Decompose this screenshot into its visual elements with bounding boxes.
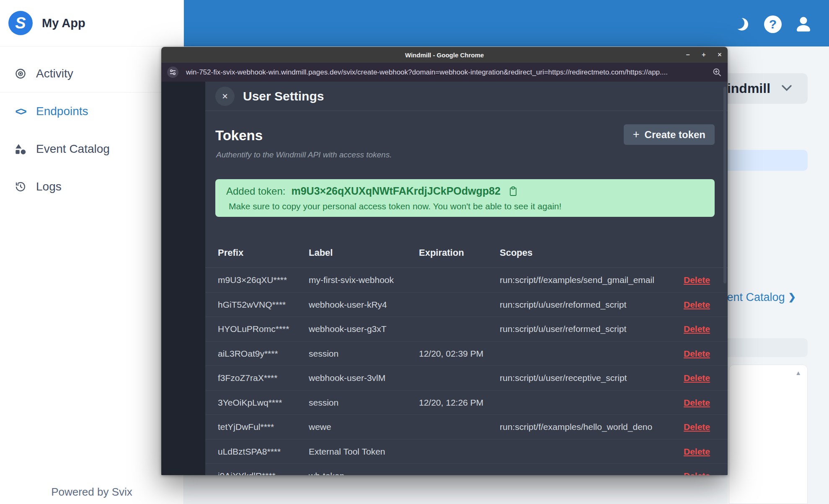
token-prefix: uLdBztSPA8****	[218, 440, 281, 464]
tokens-section-subtitle: Authentify to the Windmill API with acce…	[216, 150, 392, 159]
svix-logo-icon: S	[8, 11, 33, 35]
token-expiration: 12/20, 02:39 PM	[419, 342, 483, 366]
modal-backdrop[interactable]	[161, 82, 205, 475]
drawer-scrollbar[interactable]	[723, 87, 726, 283]
zoom-magnifier-icon[interactable]	[713, 68, 722, 77]
token-label: my-first-svix-webhook	[309, 268, 394, 293]
scroll-up-arrow-icon[interactable]: ▲	[795, 369, 801, 376]
token-label: webhook-user-3vlM	[309, 366, 385, 391]
delete-token-link[interactable]: Delete	[684, 342, 710, 366]
drawer-title: User Settings	[243, 82, 324, 111]
table-row: aiL3ROat9y**** session 12/20, 02:39 PM D…	[205, 342, 728, 366]
token-label: wewe	[309, 415, 331, 440]
token-label: session	[309, 391, 338, 415]
token-prefix: tetYjDwFul****	[218, 415, 274, 440]
close-drawer-button[interactable]: ×	[215, 87, 235, 106]
powered-by-link[interactable]: Powered by Svix	[0, 486, 183, 499]
token-scopes: run:script/u/user/receptive_script	[500, 366, 627, 391]
token-label: External Tool Token	[309, 440, 385, 464]
app-header: S My App	[0, 0, 183, 46]
sidebar-item-event-catalog[interactable]: Event Catalog	[0, 130, 183, 168]
delete-token-link[interactable]: Delete	[684, 366, 710, 391]
chevron-down-icon	[781, 85, 792, 93]
history-clock-icon	[14, 181, 27, 193]
table-row: 3YeOiKpLwq**** session 12/20, 12:26 PM D…	[205, 391, 728, 415]
background-white-panel: ▲	[729, 365, 808, 504]
create-token-label: Create token	[645, 129, 705, 141]
delete-token-link[interactable]: Delete	[684, 317, 710, 342]
token-table-body: m9U3×26qXU**** my-first-svix-webhook run…	[205, 268, 728, 475]
copy-clipboard-icon[interactable]	[509, 186, 517, 196]
window-titlebar[interactable]: Windmill - Google Chrome − + ×	[161, 47, 728, 63]
table-row: hGiT52wVNQ**** webhook-user-kRy4 run:scr…	[205, 293, 728, 317]
page-content: × User Settings Tokens + Create token Au…	[161, 82, 728, 475]
tokens-table: Prefix Label Expiration Scopes m9U3×26qX…	[205, 241, 728, 475]
token-label: webhook-user-kRy4	[309, 293, 387, 317]
token-prefix: 3YeOiKpLwq****	[218, 391, 282, 415]
plus-icon: +	[633, 128, 640, 141]
delete-token-link[interactable]: Delete	[684, 464, 710, 475]
sidebar-item-label: Logs	[36, 180, 62, 193]
token-prefix: m9U3×26qXU****	[218, 268, 287, 293]
header-scopes: Scopes	[500, 241, 532, 265]
sidebar: S My App Activity <> Endpoints Event Cat…	[0, 0, 184, 504]
token-prefix: HYOLuPRomc****	[218, 317, 289, 342]
token-expiration: 12/20, 12:26 PM	[419, 391, 483, 415]
token-value: m9U3×26qXUXqNWtFAKrdjJCkPOdwgp82	[291, 185, 500, 197]
activity-gauge-icon	[14, 68, 27, 80]
window-controls: − + ×	[683, 47, 724, 63]
window-title: Windmill - Google Chrome	[405, 51, 484, 59]
delete-token-link[interactable]: Delete	[684, 440, 710, 464]
delete-token-link[interactable]: Delete	[684, 268, 710, 293]
chrome-window: Windmill - Google Chrome − + × win-752-f…	[161, 47, 728, 475]
shapes-icon	[14, 143, 27, 155]
token-scopes: run:script/f/examples/send_gmail_email	[500, 268, 654, 293]
dark-mode-moon-icon[interactable]	[734, 16, 750, 34]
token-warning-text: Make sure to copy your personal access t…	[226, 201, 715, 211]
table-row: f3FzoZ7raX**** webhook-user-3vlM run:scr…	[205, 366, 728, 391]
token-label: session	[309, 342, 338, 366]
added-token-banner: Added token: m9U3×26qXUXqNWtFAKrdjJCkPOd…	[215, 179, 715, 217]
chevron-right-icon: ❯	[788, 292, 796, 303]
code-brackets-icon: <>	[14, 105, 27, 118]
token-label: wh-token	[309, 464, 344, 475]
table-row: i9AiXYkdlR**** wh-token Delete	[205, 464, 728, 475]
table-row: m9U3×26qXU**** my-first-svix-webhook run…	[205, 268, 728, 293]
user-profile-icon[interactable]	[795, 15, 812, 34]
site-settings-icon[interactable]	[167, 67, 178, 78]
tokens-section-title: Tokens	[215, 128, 263, 144]
token-prefix: hGiT52wVNQ****	[218, 293, 286, 317]
added-token-text: Added token:	[226, 185, 285, 197]
address-bar[interactable]: win-752-fix-svix-webhook-win.windmill.pa…	[161, 63, 728, 82]
minimize-button[interactable]: −	[683, 51, 692, 59]
token-prefix: f3FzoZ7raX****	[218, 366, 277, 391]
token-scopes: run:script/u/user/reformed_script	[500, 317, 626, 342]
delete-token-link[interactable]: Delete	[684, 415, 710, 440]
table-row: tetYjDwFul**** wewe run:script/f/example…	[205, 415, 728, 440]
sidebar-item-endpoints[interactable]: <> Endpoints	[0, 93, 183, 130]
table-row: HYOLuPRomc**** webhook-user-g3xT run:scr…	[205, 317, 728, 342]
maximize-button[interactable]: +	[699, 51, 708, 59]
header-prefix: Prefix	[218, 241, 243, 265]
close-window-button[interactable]: ×	[715, 51, 724, 59]
help-icon[interactable]: ?	[764, 15, 782, 33]
table-row: uLdBztSPA8**** External Tool Token Delet…	[205, 440, 728, 464]
token-label: webhook-user-g3xT	[309, 317, 387, 342]
app-title: My App	[42, 16, 85, 30]
sidebar-item-logs[interactable]: Logs	[0, 168, 183, 206]
sidebar-nav: Activity <> Endpoints Event Catalog Logs	[0, 46, 183, 206]
user-settings-drawer: × User Settings Tokens + Create token Au…	[205, 82, 728, 475]
header-expiration: Expiration	[419, 241, 464, 265]
token-prefix: aiL3ROat9y****	[218, 342, 278, 366]
delete-token-link[interactable]: Delete	[684, 293, 710, 317]
header-label: Label	[309, 241, 333, 265]
question-glyph: ?	[769, 17, 777, 31]
tokens-table-header: Prefix Label Expiration Scopes	[205, 241, 728, 268]
delete-token-link[interactable]: Delete	[684, 391, 710, 415]
token-scopes: run:script/f/examples/hello_world_deno	[500, 415, 652, 440]
create-token-button[interactable]: + Create token	[624, 124, 715, 145]
sidebar-item-activity[interactable]: Activity	[0, 55, 183, 93]
sidebar-item-label: Endpoints	[36, 105, 88, 118]
token-prefix: i9AiXYkdlR****	[218, 464, 276, 475]
url-text[interactable]: win-752-fix-svix-webhook-win.windmill.pa…	[186, 68, 705, 77]
